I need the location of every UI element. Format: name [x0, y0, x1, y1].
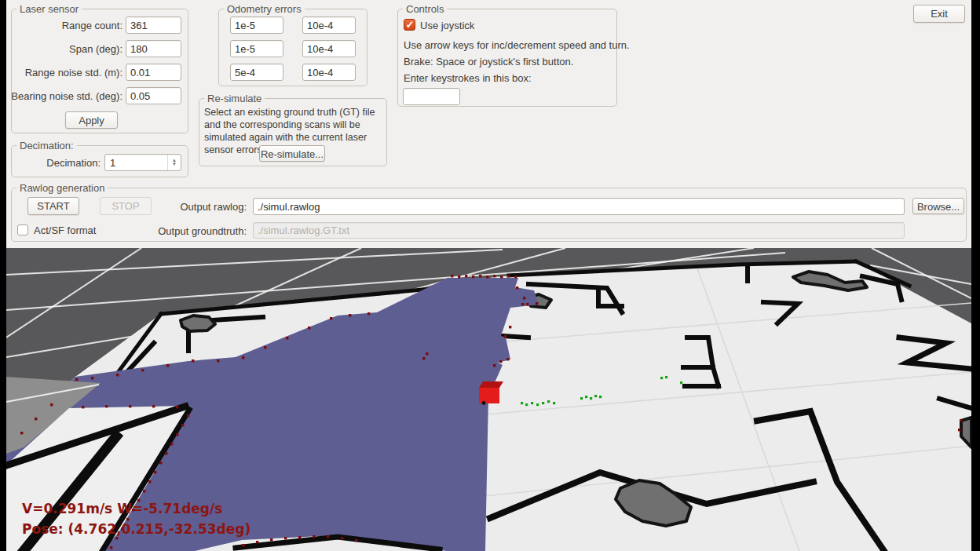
keystroke-input[interactable] — [403, 88, 460, 105]
controls-line1: Use arrow keys for inc/decrement speed a… — [404, 39, 630, 51]
gridmap-scene: V=0.291m/s W=-5.71deg/s Pose: (4.762,0.2… — [6, 248, 971, 551]
span-input[interactable] — [126, 40, 181, 57]
resimulate-button[interactable]: Re-simulate... — [259, 145, 325, 162]
range-count-input[interactable] — [126, 16, 181, 34]
odometry-input-r3c2[interactable] — [302, 64, 356, 81]
output-rawlog-label: Output rawlog: — [152, 201, 247, 213]
actsf-label: Act/SF format — [34, 224, 96, 236]
control-panel: Laser sensor Range count: Span (deg): Ra… — [6, 0, 971, 248]
range-noise-input[interactable] — [126, 64, 181, 81]
range-noise-label: Range noise std. (m): — [6, 67, 122, 78]
odometry-input-r3c1[interactable] — [230, 64, 283, 81]
decimation-value: 1 — [110, 157, 115, 169]
use-joystick-label: Use joystick — [420, 20, 474, 31]
bearing-noise-input[interactable] — [126, 87, 181, 104]
actsf-checkbox[interactable] — [17, 224, 28, 235]
screen-left-bar — [0, 0, 6, 385]
use-joystick-checkbox[interactable] — [404, 19, 415, 31]
output-groundtruth-label: Output groundtruth: — [129, 225, 247, 237]
controls-line3: Enter keystrokes in this box: — [404, 72, 532, 84]
odometry-input-r1c2[interactable] — [302, 16, 356, 34]
simulator-window: Laser sensor Range count: Span (deg): Ra… — [6, 0, 971, 551]
hud-velocity-text: V=0.291m/s W=-5.71deg/s — [22, 501, 222, 516]
decimation-label: Decimation: — [6, 157, 101, 169]
odometry-input-r2c1[interactable] — [230, 40, 283, 57]
span-label: Span (deg): — [6, 43, 122, 55]
simulation-3d-viewport[interactable]: V=0.291m/s W=-5.71deg/s Pose: (4.762,0.2… — [6, 248, 971, 551]
odometry-errors-title: Odometry errors — [224, 3, 305, 15]
spinner-down-icon[interactable]: ▼ — [172, 162, 177, 166]
bearing-noise-label: Bearing noise std. (deg): — [6, 90, 122, 102]
output-groundtruth-input — [253, 222, 905, 239]
laser-sensor-title: Laser sensor — [16, 3, 82, 15]
range-count-label: Range count: — [6, 20, 122, 31]
controls-line2: Brake: Space or joystick's first button. — [404, 56, 573, 68]
rawlog-generation-title: Rawlog generation — [16, 182, 108, 194]
decimation-spinner[interactable]: 1 ▲ ▼ — [104, 154, 181, 171]
resimulate-title: Re-simulate — [204, 93, 265, 104]
odometry-input-r2c2[interactable] — [302, 40, 356, 57]
stop-button[interactable]: STOP — [100, 197, 152, 215]
exit-button[interactable]: Exit — [913, 5, 965, 23]
odometry-input-r1c1[interactable] — [230, 16, 283, 34]
hud-pose-text: Pose: (4.762,0.215,-32.53deg) — [22, 521, 250, 537]
apply-button[interactable]: Apply — [65, 111, 118, 129]
start-button[interactable]: START — [27, 197, 79, 215]
controls-title: Controls — [403, 3, 447, 15]
output-rawlog-input[interactable] — [253, 198, 905, 215]
browse-button[interactable]: Browse... — [912, 198, 964, 214]
decimation-group-title: Decimation: — [16, 140, 77, 151]
